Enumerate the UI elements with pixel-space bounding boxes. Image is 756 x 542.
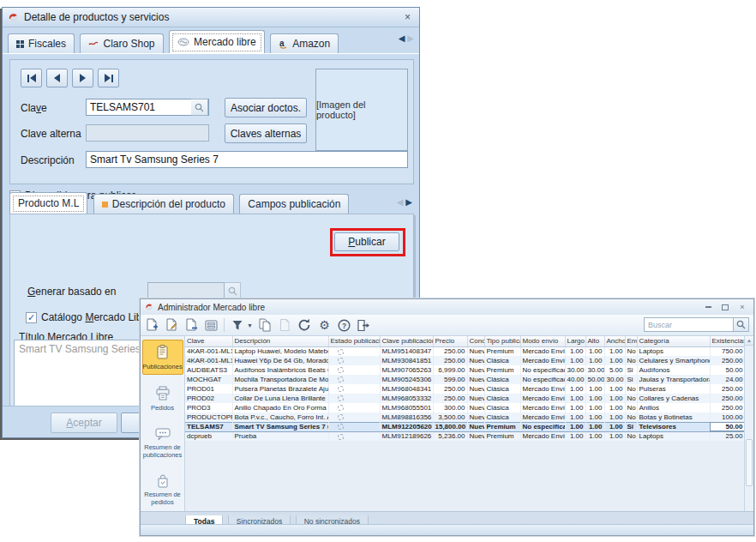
refresh-icon[interactable]: [297, 318, 312, 333]
sync-status-icon: [338, 405, 344, 411]
marketplace-tabstrip: Fiscales Claro Shop Mercado libre a Amaz…: [8, 30, 416, 53]
tab-mercado-libre[interactable]: Mercado libre: [169, 30, 265, 53]
aceptar-button[interactable]: Aceptar: [51, 413, 117, 433]
tab-descripcion-producto[interactable]: Descripción del producto: [93, 194, 234, 214]
generar-search-icon[interactable]: [224, 282, 241, 299]
sidebar-item-pedidos[interactable]: Pedidos: [142, 381, 183, 416]
copy-icon[interactable]: [258, 318, 273, 333]
sidebar-item-publicaciones[interactable]: Publicaciones: [142, 340, 183, 375]
column-header[interactable]: Categoría: [637, 336, 710, 346]
vertical-scrollbar[interactable]: ▲: [744, 336, 753, 511]
column-header[interactable]: Descripción: [232, 336, 328, 346]
dialog-titlebar[interactable]: Detalle de productos y servicios ×: [3, 8, 419, 27]
sync-status-icon: [338, 358, 344, 364]
column-header[interactable]: Ancho: [604, 336, 625, 346]
admin-titlebar[interactable]: Administrador Mercado libre ×: [141, 299, 753, 315]
speech-bubble-icon: [154, 426, 171, 442]
svg-text:a: a: [279, 39, 285, 48]
table-row[interactable]: dcpruebPruebaMLM9121896265,236.00Nuev-Pr…: [185, 431, 745, 441]
table-row[interactable]: 4KAR-001-ML107Laptop Huawei, Modelo Mate…: [185, 346, 745, 356]
table-row[interactable]: MOCHGATMochila Transportadora De ModaMLM…: [185, 375, 745, 384]
paste-icon[interactable]: [278, 318, 292, 333]
search-input[interactable]: [644, 317, 734, 332]
scrollbar-thumb[interactable]: [746, 439, 753, 486]
publications-table: ClaveDescripciónEstado publicaciónClave …: [185, 336, 746, 441]
publicar-button[interactable]: Publicar: [334, 232, 399, 251]
mercadolibre-handshake-icon: [177, 38, 189, 46]
column-header[interactable]: Modo envío: [520, 336, 565, 346]
admin-sidebar: Publicaciones Pedidos Resumen de publica…: [141, 336, 185, 511]
next-record-button[interactable]: [72, 69, 93, 87]
filter-icon[interactable]: [230, 318, 244, 333]
scroll-up-icon[interactable]: ▲: [745, 336, 753, 346]
admin-statusbar: [141, 524, 753, 535]
minimize-icon[interactable]: [701, 302, 715, 312]
tab-amazon[interactable]: a Amazon: [270, 33, 339, 53]
inner-tab-scroll-right-icon: ▶: [405, 197, 412, 207]
maximize-icon[interactable]: [718, 302, 732, 312]
admin-window-title: Administrador Mercado libre: [158, 303, 697, 312]
sync-status-icon: [338, 376, 344, 382]
table-row[interactable]: PROD3Anillo Chapado En Oro Forma De Coro…: [185, 403, 745, 413]
generar-label: Generar basado en: [27, 286, 116, 298]
clave-alterna-input[interactable]: [86, 124, 209, 142]
last-record-button[interactable]: [98, 69, 119, 87]
claves-alternas-button[interactable]: Claves alternas: [225, 123, 307, 143]
table-row[interactable]: 4KAR-001-ML108Huawei Y6p De 64 Gb, Morad…: [185, 356, 745, 365]
clave-search-icon[interactable]: [191, 99, 208, 116]
column-header[interactable]: Clave: [185, 336, 232, 346]
product-image-placeholder: [Imagen del producto]: [315, 69, 408, 151]
help-icon[interactable]: ?: [337, 318, 351, 333]
claro-shop-icon: [88, 40, 99, 47]
sidebar-item-resumen-pedidos[interactable]: Resumen de pedidos: [142, 469, 183, 510]
descripcion-input[interactable]: [86, 151, 408, 168]
inner-tab-scroll-arrows[interactable]: ◀ ▶: [397, 197, 412, 207]
table-row[interactable]: PROD01Pulsera Planetas Brazalete Ajustab…: [185, 384, 745, 394]
grid-squares-icon: [16, 40, 24, 48]
catalogo-checkbox-row[interactable]: ✓ Catálogo Mercado Libre: [26, 311, 151, 323]
column-header[interactable]: Largo: [565, 336, 585, 346]
orange-marker-icon: [102, 202, 108, 208]
asociar-doctos-button[interactable]: Asociar doctos.: [225, 98, 307, 117]
first-record-button[interactable]: [21, 69, 42, 87]
tab-campos-publicacion[interactable]: Campos publicación: [239, 194, 349, 214]
sidebar-item-resumen-publicaciones[interactable]: Resumen de publicaciones: [142, 422, 183, 463]
clave-alterna-label: Clave alterna: [21, 128, 81, 140]
filter-dropdown-icon[interactable]: ▼: [247, 322, 253, 328]
close-icon[interactable]: ×: [401, 11, 414, 23]
table-row[interactable]: PROD02Collar De Luna Llena BrillanteMLM9…: [185, 394, 745, 403]
exit-icon[interactable]: [357, 318, 371, 333]
admin-toolbar: ▼ ⚙ ?: [141, 315, 753, 336]
column-header[interactable]: Estado publicación: [328, 336, 380, 346]
delete-publication-icon[interactable]: [184, 318, 199, 333]
edit-publication-icon[interactable]: [165, 318, 179, 333]
settings-gear-icon[interactable]: ⚙: [317, 318, 332, 333]
close-icon[interactable]: ×: [735, 302, 749, 312]
column-header[interactable]: Clave publicación: [380, 336, 433, 346]
table-row[interactable]: AUDBEATS3Audífonos Inalámbricos Beats Ov…: [185, 365, 745, 375]
tab-producto-ml[interactable]: Producto M.L: [9, 192, 87, 214]
checkbox-checked-icon[interactable]: ✓: [26, 312, 37, 323]
search-icon[interactable]: [734, 317, 749, 332]
column-header[interactable]: Precio: [433, 336, 467, 346]
table-row[interactable]: TELSAMS7Smart TV Samsung Series 7 QN65Q7…: [185, 422, 745, 431]
inner-tab-scroll-left-icon: ◀: [397, 197, 404, 207]
previous-record-button[interactable]: [46, 69, 68, 87]
tab-claro-shop[interactable]: Claro Shop: [80, 33, 163, 53]
column-header[interactable]: Cond: [467, 336, 484, 346]
toolbar-separator: [224, 318, 225, 332]
column-header[interactable]: Existencias: [710, 336, 745, 346]
column-header[interactable]: Tipo publicac: [484, 336, 520, 346]
new-publication-icon[interactable]: [145, 318, 159, 333]
tab-scroll-arrows[interactable]: ◀ ▶: [399, 33, 414, 43]
table-row[interactable]: PRODUCTOPRUEBota P.v.c., Caucho, Forro I…: [185, 413, 745, 422]
app-icon: [145, 303, 153, 311]
column-header[interactable]: Env: [625, 336, 637, 346]
inner-tabstrip: Producto M.L Descripción del producto Ca…: [9, 192, 414, 214]
column-header[interactable]: Alto: [585, 336, 604, 346]
sync-filter-tabs: Todas Sincronizados No sincronizados: [141, 511, 753, 524]
tab-fiscales[interactable]: Fiscales: [8, 33, 75, 53]
publications-table-header: ClaveDescripciónEstado publicaciónClave …: [185, 336, 745, 346]
generar-input[interactable]: [147, 282, 225, 299]
archive-icon[interactable]: [204, 318, 219, 333]
